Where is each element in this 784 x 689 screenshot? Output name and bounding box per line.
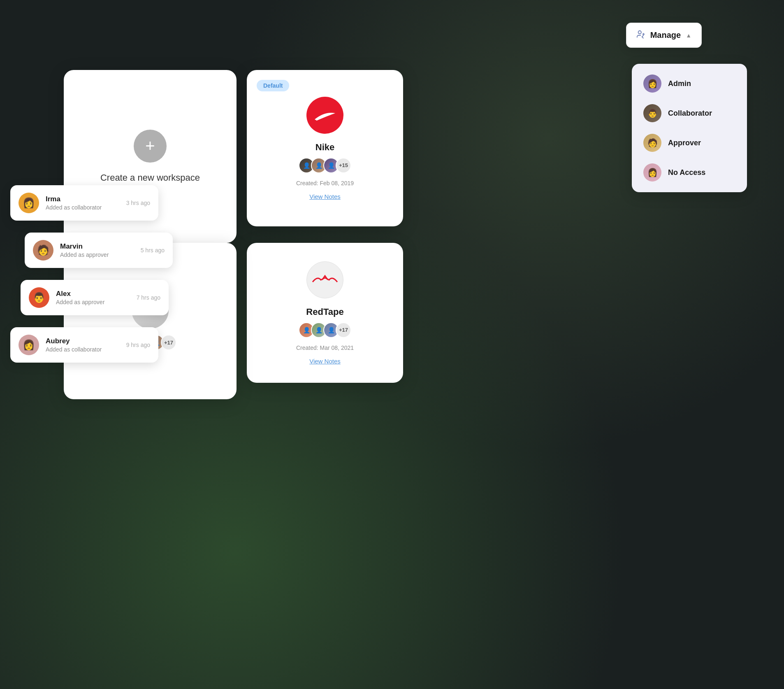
alex-name: Alex: [56, 290, 130, 298]
alex-avatar: 👨: [29, 287, 49, 308]
role-collaborator[interactable]: 👨 Collaborator: [637, 98, 742, 128]
collaborator-label: Collaborator: [668, 109, 712, 118]
irma-desc: Added as collaborator: [46, 204, 120, 211]
aubrey-avatar: 👩: [19, 335, 39, 355]
partial-member-count: +17: [161, 335, 176, 350]
chevron-up-icon: ▲: [686, 32, 691, 39]
marvin-time: 5 hrs ago: [141, 247, 165, 254]
manage-button[interactable]: Manage ▲: [626, 23, 702, 48]
manage-label: Manage: [650, 30, 681, 40]
aubrey-name: Aubrey: [46, 337, 120, 345]
nike-name: Nike: [315, 142, 334, 153]
activity-aubrey: 👩 Aubrey Added as collaborator 9 hrs ago: [10, 327, 158, 363]
irma-avatar: 👩: [19, 193, 39, 213]
redtape-member-avatars: 👤 👤 👤 +17: [299, 322, 351, 338]
redtape-member-count: +17: [336, 322, 351, 338]
aubrey-desc: Added as collaborator: [46, 346, 120, 353]
nike-logo: [306, 97, 343, 134]
marvin-desc: Added as approver: [60, 251, 134, 258]
role-dropdown: 👩 Admin 👨 Collaborator 🧑 Approver 👩 No A…: [632, 64, 747, 192]
manage-person-icon: [636, 30, 645, 41]
marvin-name: Marvin: [60, 242, 134, 251]
redtape-name: RedTape: [306, 307, 343, 317]
noaccess-avatar: 👩: [643, 163, 661, 182]
approver-label: Approver: [668, 139, 701, 147]
admin-label: Admin: [668, 79, 691, 88]
nike-view-notes[interactable]: View Notes: [309, 193, 341, 200]
nike-member-avatars: 👤 👤 👤 +15: [299, 158, 351, 173]
role-noaccess[interactable]: 👩 No Access: [637, 158, 742, 187]
collaborator-avatar: 👨: [643, 104, 661, 122]
default-badge: Default: [257, 80, 289, 91]
create-workspace-button[interactable]: +: [134, 130, 167, 163]
redtape-view-notes[interactable]: View Notes: [309, 358, 341, 365]
admin-avatar: 👩: [643, 74, 661, 93]
redtape-created-date: Created: Mar 08, 2021: [296, 344, 354, 351]
irma-time: 3 hrs ago: [126, 200, 150, 206]
role-approver[interactable]: 🧑 Approver: [637, 128, 742, 158]
marvin-avatar: 🧑: [33, 240, 53, 261]
nike-member-count: +15: [336, 158, 351, 173]
activity-alex: 👨 Alex Added as approver 7 hrs ago: [21, 280, 169, 315]
alex-desc: Added as approver: [56, 299, 130, 305]
approver-avatar: 🧑: [643, 134, 661, 152]
redtape-workspace-card: RedTape 👤 👤 👤 +17 Created: Mar 08, 2021 …: [247, 243, 403, 383]
alex-info: Alex Added as approver: [56, 290, 130, 305]
irma-name: Irma: [46, 195, 120, 203]
nike-created-date: Created: Feb 08, 2019: [296, 180, 354, 186]
aubrey-info: Aubrey Added as collaborator: [46, 337, 120, 353]
activity-marvin: 🧑 Marvin Added as approver 5 hrs ago: [25, 233, 173, 268]
redtape-logo: [306, 261, 343, 298]
nike-workspace-card: Default Nike 👤 👤 👤 +15 Created: Feb 08, …: [247, 70, 403, 226]
svg-point-0: [638, 31, 641, 34]
role-admin[interactable]: 👩 Admin: [637, 69, 742, 98]
noaccess-label: No Access: [668, 168, 705, 177]
plus-icon: +: [145, 137, 155, 154]
activity-irma: 👩 Irma Added as collaborator 3 hrs ago: [10, 185, 158, 221]
aubrey-time: 9 hrs ago: [126, 342, 150, 348]
alex-time: 7 hrs ago: [137, 294, 160, 301]
irma-info: Irma Added as collaborator: [46, 195, 120, 211]
marvin-info: Marvin Added as approver: [60, 242, 134, 258]
create-workspace-label: Create a new workspace: [100, 172, 200, 183]
